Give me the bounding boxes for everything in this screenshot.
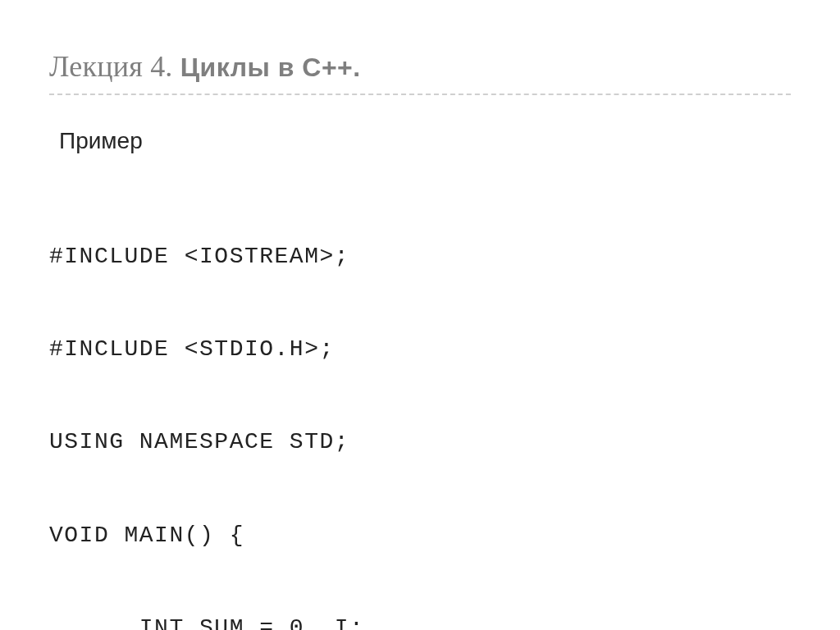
code-block: #INCLUDE <IOSTREAM>; #INCLUDE <STDIO.H>;… [49, 179, 791, 630]
code-line: INT SUM = 0, I; [49, 613, 791, 630]
example-label: Пример [59, 128, 791, 154]
code-line: #INCLUDE <STDIO.H>; [49, 334, 791, 365]
code-line: USING NAMESPACE STD; [49, 427, 791, 458]
title-prefix: Лекция 4. [49, 50, 180, 83]
title-bold: Циклы в С++. [180, 52, 361, 82]
slide-content: Пример #INCLUDE <IOSTREAM>; #INCLUDE <ST… [49, 128, 791, 630]
slide: Лекция 4. Циклы в С++. Пример #INCLUDE <… [0, 0, 840, 630]
slide-title: Лекция 4. Циклы в С++. [49, 49, 791, 95]
code-line: VOID MAIN() { [49, 520, 791, 551]
code-line: #INCLUDE <IOSTREAM>; [49, 241, 791, 272]
